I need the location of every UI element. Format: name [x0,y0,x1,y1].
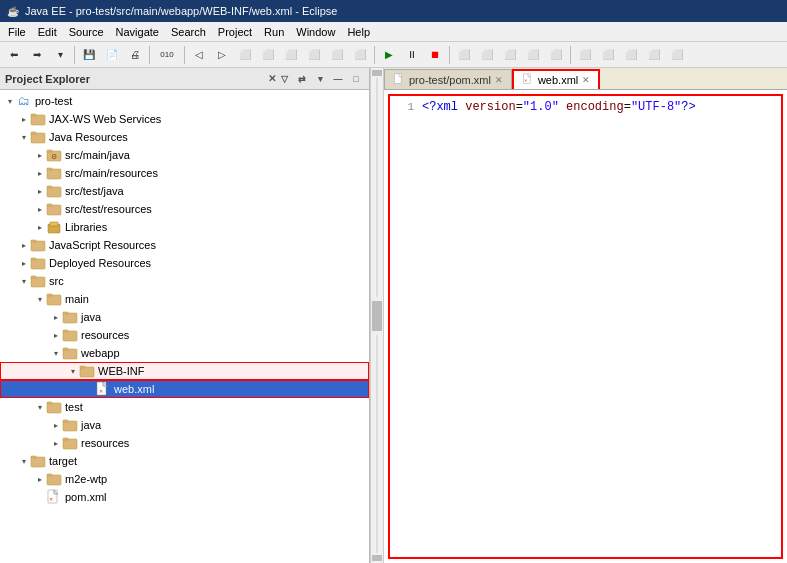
pause-button[interactable]: ⏸ [401,44,423,66]
svg-rect-11 [47,205,61,215]
tab-label: pro-test/pom.xml [409,74,491,86]
tree-item-test-java[interactable]: java [0,416,369,434]
expand-arrow[interactable] [18,257,30,269]
project-tree[interactable]: 🗂 pro-test JAX-WS Web Services Java R [0,90,369,563]
menu-search[interactable]: Search [165,24,212,40]
menu-window[interactable]: Window [290,24,341,40]
tab-close-icon[interactable]: ✕ [495,75,503,85]
collapse-all-icon[interactable]: ▽ [276,71,292,87]
save-button[interactable]: 💾 [78,44,100,66]
editor-content-area[interactable]: 1 <?xml version="1.0" encoding="UTF-8"?> [388,94,783,559]
tree-item-src-main-resources[interactable]: src/main/resources [0,164,369,182]
toolbar-extra-6[interactable]: ⬜ [574,44,596,66]
expand-arrow[interactable] [18,275,30,287]
toolbar-btn-7[interactable]: ⬜ [257,44,279,66]
expand-arrow[interactable] [34,401,46,413]
tree-item-test[interactable]: test [0,398,369,416]
menu-navigate[interactable]: Navigate [110,24,165,40]
tab-pom-xml[interactable]: pro-test/pom.xml ✕ [384,69,512,89]
tree-label: pom.xml [65,491,107,503]
expand-arrow[interactable] [67,365,79,377]
tree-item-resources[interactable]: resources [0,326,369,344]
tree-item-src-test-resources[interactable]: src/test/resources [0,200,369,218]
expand-arrow[interactable] [34,293,46,305]
toolbar-btn-9[interactable]: ⬜ [303,44,325,66]
toolbar-btn-6[interactable]: ⬜ [234,44,256,66]
tree-item-java-resources[interactable]: Java Resources [0,128,369,146]
dropdown-button[interactable]: ▾ [49,44,71,66]
tree-item-javascript-resources[interactable]: JavaScript Resources [0,236,369,254]
tree-item-pro-test[interactable]: 🗂 pro-test [0,92,369,110]
expand-arrow[interactable] [18,131,30,143]
toolbar-extra-7[interactable]: ⬜ [597,44,619,66]
expand-arrow[interactable] [34,221,46,233]
maximize-icon[interactable]: □ [348,71,364,87]
toolbar-btn-3[interactable]: 010 [153,44,181,66]
expand-arrow[interactable] [18,239,30,251]
tree-item-src-test-java[interactable]: src/test/java [0,182,369,200]
expand-arrow[interactable] [34,185,46,197]
expand-arrow[interactable] [50,311,62,323]
save-all-button[interactable]: 📄 [101,44,123,66]
expand-arrow[interactable] [50,419,62,431]
tree-item-src-main-java[interactable]: ⚙ src/main/java [0,146,369,164]
toolbar-extra-2[interactable]: ⬜ [476,44,498,66]
toolbar-extra-1[interactable]: ⬜ [453,44,475,66]
tree-item-web-inf[interactable]: WEB-INF [0,362,369,380]
menu-file[interactable]: File [2,24,32,40]
expand-arrow[interactable] [50,347,62,359]
scrollbar-down-arrow[interactable] [372,555,382,561]
toolbar-extra-5[interactable]: ⬜ [545,44,567,66]
toolbar-btn-8[interactable]: ⬜ [280,44,302,66]
forward-button[interactable]: ➡ [26,44,48,66]
vertical-scrollbar[interactable] [370,68,384,563]
run-button[interactable]: ▶ [378,44,400,66]
minimize-icon[interactable]: — [330,71,346,87]
tree-item-pom-xml[interactable]: ✕ pom.xml [0,488,369,506]
panel-menu-icon[interactable]: ▾ [312,71,328,87]
toolbar-extra-10[interactable]: ⬜ [666,44,688,66]
tree-item-web-xml[interactable]: ✕ web.xml [0,380,369,398]
tree-item-m2e-wtp[interactable]: m2e-wtp [0,470,369,488]
tab-web-xml[interactable]: ✕ web.xml ✕ [512,69,600,89]
tree-item-jax-ws[interactable]: JAX-WS Web Services [0,110,369,128]
toolbar-extra-3[interactable]: ⬜ [499,44,521,66]
toolbar-extra-8[interactable]: ⬜ [620,44,642,66]
tree-item-main[interactable]: main [0,290,369,308]
toolbar-extra-4[interactable]: ⬜ [522,44,544,66]
toolbar-btn-5[interactable]: ▷ [211,44,233,66]
toolbar-btn-11[interactable]: ⬜ [349,44,371,66]
menu-edit[interactable]: Edit [32,24,63,40]
back-button[interactable]: ⬅ [3,44,25,66]
link-editor-icon[interactable]: ⇄ [294,71,310,87]
expand-arrow[interactable] [4,95,16,107]
scrollbar-up-arrow[interactable] [372,70,382,76]
print-button[interactable]: 🖨 [124,44,146,66]
menu-run[interactable]: Run [258,24,290,40]
toolbar-btn-10[interactable]: ⬜ [326,44,348,66]
expand-arrow[interactable] [34,203,46,215]
tab-close-icon[interactable]: ✕ [582,75,590,85]
xml-eq2: = [624,100,631,114]
stop-button[interactable]: ⏹ [424,44,446,66]
expand-arrow[interactable] [34,167,46,179]
expand-arrow[interactable] [34,149,46,161]
tree-item-target[interactable]: target [0,452,369,470]
tree-item-libraries[interactable]: Libraries [0,218,369,236]
tree-item-src[interactable]: src [0,272,369,290]
expand-arrow[interactable] [18,113,30,125]
tree-item-webapp[interactable]: webapp [0,344,369,362]
tree-item-test-resources[interactable]: resources [0,434,369,452]
tree-item-java[interactable]: java [0,308,369,326]
tree-item-deployed-resources[interactable]: Deployed Resources [0,254,369,272]
menu-help[interactable]: Help [341,24,376,40]
expand-arrow[interactable] [50,329,62,341]
expand-arrow[interactable] [50,437,62,449]
menu-project[interactable]: Project [212,24,258,40]
toolbar-extra-9[interactable]: ⬜ [643,44,665,66]
expand-arrow[interactable] [34,473,46,485]
expand-arrow[interactable] [18,455,30,467]
menu-source[interactable]: Source [63,24,110,40]
scrollbar-thumb[interactable] [372,301,382,331]
toolbar-btn-4[interactable]: ◁ [188,44,210,66]
